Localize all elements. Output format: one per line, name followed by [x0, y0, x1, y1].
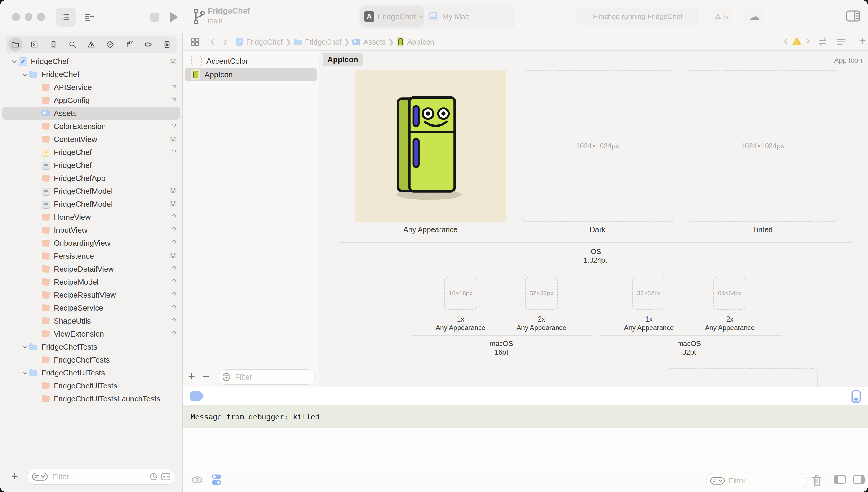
tab-project-navigator[interactable] [6, 36, 25, 53]
next-issue-chevron-icon[interactable] [804, 38, 812, 45]
disclosure-chevron-icon[interactable] [21, 70, 29, 78]
warning-issue-icon[interactable] [792, 37, 802, 46]
tab-breakpoints[interactable] [139, 36, 158, 53]
file-row[interactable]: ViewExtension ? [2, 327, 180, 340]
macos-slot-32-2x[interactable]: 64×64px [713, 277, 746, 310]
file-row[interactable]: ColorExtension ? [2, 120, 180, 133]
file-row[interactable]: FridgeChefTests [2, 340, 180, 353]
remove-asset-button[interactable]: − [203, 370, 210, 383]
file-row[interactable]: FridgeChef M [2, 55, 180, 68]
asset-filter-input[interactable] [234, 372, 315, 382]
file-row[interactable]: RecipeModel ? [2, 275, 180, 289]
navigator-filter-field[interactable] [27, 469, 175, 485]
disclosure-chevron-icon[interactable] [10, 57, 18, 66]
asset-filter-field[interactable] [217, 369, 315, 385]
close-window-icon[interactable] [12, 13, 20, 21]
recents-clock-icon[interactable] [148, 472, 159, 482]
file-row[interactable]: FridgeChefUITestsLaunchTests [2, 392, 180, 405]
file-name: Persistence [54, 252, 94, 261]
forward-chevron-icon[interactable] [221, 38, 229, 46]
macos-slot-16-2x[interactable]: 32×32px [525, 277, 558, 310]
minimize-window-icon[interactable] [24, 13, 32, 21]
file-row[interactable]: InputView ? [2, 224, 180, 237]
file-row[interactable]: HomeView ? [2, 211, 180, 224]
file-row[interactable]: FridgeChefTests [2, 353, 180, 366]
tab-bookmarks[interactable] [44, 36, 63, 53]
file-row[interactable]: RecipeDetailView ? [2, 263, 180, 275]
editor-arrange-button[interactable] [79, 8, 100, 27]
file-row[interactable]: FridgeChef ? [2, 146, 180, 159]
file-row[interactable]: FridgeChef [2, 159, 180, 172]
file-row[interactable]: RecipeResultView ? [2, 289, 180, 301]
editor-options-icon[interactable] [836, 38, 846, 46]
file-row[interactable]: Persistence M [2, 249, 180, 263]
run-button[interactable] [166, 8, 183, 27]
trash-icon[interactable] [811, 474, 823, 487]
file-type-icon [41, 277, 50, 287]
issues-badge[interactable]: 5 [709, 7, 733, 26]
related-items-grid-icon[interactable] [190, 37, 200, 47]
tab-find[interactable] [63, 36, 82, 53]
file-row[interactable]: AppConfig ? [2, 94, 180, 107]
asset-title-chip[interactable]: AppIcon [323, 53, 363, 66]
appicon-slot-any-appearance[interactable] [355, 70, 506, 222]
file-row[interactable]: FridgeChefModel M [2, 184, 180, 198]
file-row[interactable]: FridgeChefUITests [2, 366, 180, 379]
tab-source-control[interactable] [25, 36, 44, 53]
back-chevron-icon[interactable] [208, 38, 217, 46]
file-row[interactable]: Assets [2, 107, 180, 120]
filter-pill-icon[interactable] [710, 476, 725, 486]
run-destination-selector[interactable]: My Mac [427, 6, 469, 27]
file-row[interactable]: APIService ? [2, 81, 180, 94]
disclosure-chevron-icon[interactable] [21, 343, 29, 351]
stop-button[interactable] [146, 8, 163, 27]
file-row[interactable]: FridgeChef [2, 68, 180, 81]
breadcrumb-group[interactable]: FridgeChef [305, 38, 342, 46]
console-tag-icon[interactable] [190, 391, 204, 401]
asset-row-accentcolor[interactable]: AccentColor [185, 54, 317, 68]
file-row[interactable]: ContentView M [2, 133, 180, 146]
file-status-badge: ? [172, 278, 176, 286]
add-editor-button[interactable]: + [860, 34, 866, 47]
file-row[interactable]: FridgeChefApp [2, 172, 180, 184]
file-row[interactable]: RecipeService ? [2, 301, 180, 315]
toggle-console-pane-icon[interactable] [852, 474, 865, 485]
appicon-slot-dark[interactable]: 1024×1024px [522, 70, 674, 222]
tab-tests[interactable] [101, 36, 120, 53]
toggle-variables-pane-icon[interactable] [834, 474, 846, 485]
tab-reports[interactable] [158, 36, 177, 53]
zoom-window-icon[interactable] [37, 13, 45, 21]
eye-icon[interactable] [191, 475, 204, 485]
filter-scope-icon[interactable] [161, 472, 171, 481]
console-filter-toggles-icon[interactable] [211, 473, 222, 486]
macos-slot-16-1x[interactable]: 16×16px [444, 277, 477, 310]
toggle-navigator-button[interactable] [55, 8, 76, 27]
breadcrumb-appicon[interactable]: AppIcon [407, 38, 434, 46]
console-filter-input[interactable] [728, 476, 807, 486]
previous-issue-chevron-icon[interactable] [782, 38, 790, 45]
macos-slot-32-1x[interactable]: 32×32px [632, 277, 665, 310]
disclosure-chevron-icon[interactable] [21, 369, 29, 377]
navigator-filter-input[interactable] [52, 472, 148, 482]
file-row[interactable]: OnboardingView ? [2, 237, 180, 249]
asset-row-appicon[interactable]: AppIcon [185, 68, 317, 81]
breadcrumb-assets[interactable]: Assets [363, 38, 385, 46]
toggle-inspector-button[interactable] [846, 9, 861, 22]
console-pane-icon[interactable] [851, 390, 861, 403]
cloud-status-button[interactable]: ☁ [744, 7, 765, 26]
appicon-slot-tinted[interactable]: 1024×1024px [687, 70, 839, 222]
filter-pill-icon[interactable] [31, 471, 48, 482]
file-row[interactable]: FridgeChefModel M [2, 198, 180, 211]
swap-editor-icon[interactable] [817, 37, 829, 47]
add-asset-button[interactable]: + [188, 370, 195, 383]
tab-issues[interactable] [82, 36, 101, 53]
scheme-selector[interactable]: A FridgeChef [360, 6, 424, 27]
tab-debug[interactable] [120, 36, 138, 53]
console-filter-field[interactable] [706, 473, 807, 489]
add-file-button[interactable]: + [11, 470, 18, 483]
file-row[interactable]: FridgeChefUITests [2, 379, 180, 392]
file-row[interactable]: ShapeUtils ? [2, 315, 180, 327]
laptop-icon [427, 11, 439, 22]
macos-slot-partial[interactable] [666, 368, 818, 387]
breadcrumb-project[interactable]: FridgeChef [246, 38, 283, 46]
